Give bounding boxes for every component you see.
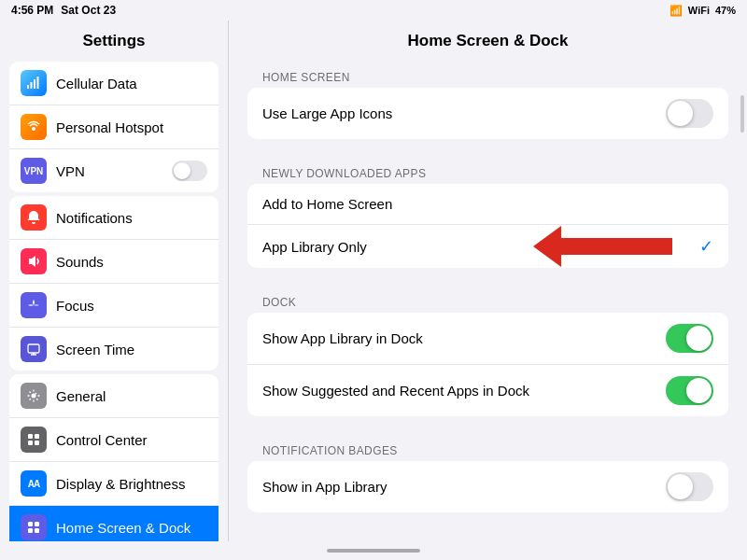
wifi-icon: WiFi <box>688 5 710 16</box>
svg-rect-15 <box>35 522 39 526</box>
sidebar-item-screen-time[interactable]: Screen Time <box>9 328 218 371</box>
sidebar-item-general[interactable]: General <box>9 374 218 418</box>
dock-card: Show App Library in Dock Show Suggested … <box>247 313 728 416</box>
sidebar: Settings Cellular Data Personal Hotspot … <box>0 21 229 541</box>
downloaded-apps-card: Add to Home Screen App Library Only ✓ <box>247 184 728 268</box>
svg-rect-14 <box>28 522 33 526</box>
svg-rect-0 <box>27 85 29 89</box>
svg-marker-5 <box>29 256 35 267</box>
home-indicator <box>327 549 420 553</box>
sounds-icon <box>21 248 47 274</box>
show-suggested-row: Show Suggested and Recent Apps in Dock <box>247 365 728 416</box>
svg-rect-10 <box>28 434 33 439</box>
screen-time-icon <box>21 336 47 362</box>
sidebar-item-hotspot[interactable]: Personal Hotspot <box>9 105 218 149</box>
show-in-library-row: Show in App Library <box>247 461 728 512</box>
home-icon <box>21 514 47 540</box>
battery-text: 47% <box>715 5 736 16</box>
badges-card: Show in App Library <box>247 461 728 512</box>
show-app-library-label: Show App Library in Dock <box>262 330 656 346</box>
svg-point-4 <box>32 127 35 131</box>
vpn-toggle[interactable] <box>172 161 207 181</box>
sidebar-item-cellular[interactable]: Cellular Data <box>9 62 218 105</box>
add-to-home-row[interactable]: Add to Home Screen <box>247 184 728 225</box>
large-icons-row: Use Large App Icons <box>247 88 728 139</box>
vpn-icon: VPN <box>21 158 47 184</box>
hotspot-icon <box>21 114 47 140</box>
app-library-only-row[interactable]: App Library Only ✓ <box>247 225 728 268</box>
notifications-label: Notifications <box>56 210 207 226</box>
focus-icon <box>21 292 47 318</box>
red-arrow <box>533 226 672 267</box>
hotspot-label: Personal Hotspot <box>56 119 207 135</box>
show-suggested-label: Show Suggested and Recent Apps in Dock <box>262 383 656 399</box>
section-label-dock: DOCK <box>247 287 728 313</box>
show-in-library-toggle[interactable] <box>666 472 713 501</box>
content-title: Home Screen & Dock <box>247 21 728 62</box>
sidebar-title: Settings <box>0 21 228 58</box>
svg-rect-11 <box>35 434 39 439</box>
control-label: Control Center <box>56 432 207 448</box>
bottom-bar <box>0 541 747 560</box>
sidebar-section-1: Cellular Data Personal Hotspot VPN VPN <box>9 62 218 192</box>
section-label-home-screen: HOME SCREEN <box>247 62 728 88</box>
vpn-label: VPN <box>56 163 162 179</box>
status-bar: 4:56 PM Sat Oct 23 📶 WiFi 47% <box>0 0 747 21</box>
show-in-library-label: Show in App Library <box>262 479 656 495</box>
sidebar-section-2: Notifications Sounds Focus Screen Time <box>9 196 218 371</box>
sidebar-item-home-screen[interactable]: Home Screen & Dock <box>9 506 218 541</box>
svg-rect-12 <box>28 441 33 445</box>
show-app-library-toggle[interactable] <box>666 324 713 353</box>
add-to-home-label: Add to Home Screen <box>262 196 713 212</box>
notifications-icon <box>21 204 47 231</box>
control-icon <box>21 427 47 453</box>
status-left: 4:56 PM Sat Oct 23 <box>11 4 116 17</box>
main-layout: Settings Cellular Data Personal Hotspot … <box>0 21 747 541</box>
svg-rect-17 <box>35 528 39 533</box>
general-icon <box>21 383 47 409</box>
time: 4:56 PM <box>11 4 53 17</box>
home-screen-card: Use Large App Icons <box>247 88 728 139</box>
scrollbar-handle[interactable] <box>740 95 744 133</box>
arrow-body <box>560 238 672 255</box>
svg-rect-13 <box>35 441 39 445</box>
general-label: General <box>56 388 207 404</box>
focus-label: Focus <box>56 298 207 314</box>
sidebar-item-sounds[interactable]: Sounds <box>9 240 218 284</box>
screen-time-label: Screen Time <box>56 342 207 357</box>
sidebar-item-display[interactable]: AA Display & Brightness <box>9 462 218 506</box>
svg-rect-2 <box>34 79 35 89</box>
sidebar-section-3: General Control Center AA Display & Brig… <box>9 374 218 541</box>
large-icons-label: Use Large App Icons <box>262 105 656 121</box>
cellular-icon <box>21 70 47 96</box>
sidebar-item-notifications[interactable]: Notifications <box>9 196 218 240</box>
sounds-label: Sounds <box>56 254 207 270</box>
section-label-badges: NOTIFICATION BADGES <box>247 435 728 461</box>
checkmark-icon: ✓ <box>699 236 713 257</box>
display-icon: AA <box>21 470 47 497</box>
sidebar-item-vpn[interactable]: VPN VPN <box>9 149 218 192</box>
svg-rect-6 <box>28 344 39 353</box>
svg-rect-16 <box>28 528 33 533</box>
svg-rect-3 <box>37 77 39 89</box>
arrow-head <box>533 226 561 267</box>
show-suggested-toggle[interactable] <box>666 376 713 405</box>
large-icons-toggle[interactable] <box>666 99 713 128</box>
svg-rect-1 <box>31 82 33 89</box>
sidebar-item-control[interactable]: Control Center <box>9 418 218 462</box>
cellular-label: Cellular Data <box>56 76 207 91</box>
home-screen-label: Home Screen & Dock <box>56 520 207 536</box>
content: Home Screen & Dock HOME SCREEN Use Large… <box>229 21 747 541</box>
signal-icon: 📶 <box>669 5 683 17</box>
show-app-library-row: Show App Library in Dock <box>247 313 728 365</box>
display-label: Display & Brightness <box>56 476 207 492</box>
status-right: 📶 WiFi 47% <box>669 5 736 17</box>
sidebar-item-focus[interactable]: Focus <box>9 284 218 328</box>
date: Sat Oct 23 <box>61 4 116 17</box>
section-label-downloaded: NEWLY DOWNLOADED APPS <box>247 158 728 184</box>
